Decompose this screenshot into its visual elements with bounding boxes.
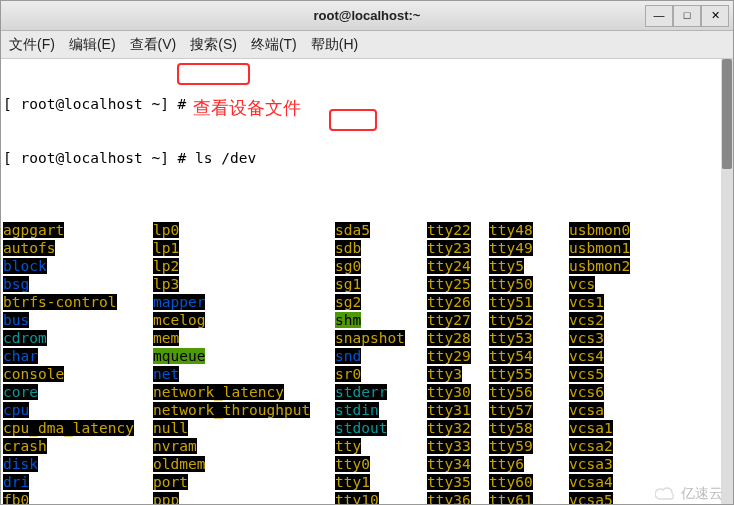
ls-entry: mcelog	[153, 311, 335, 329]
ls-entry: tty33	[427, 437, 489, 455]
ls-entry: tty35	[427, 473, 489, 491]
watermark: 亿速云	[655, 484, 723, 502]
ls-entry: fb0	[3, 491, 153, 504]
menu-help[interactable]: 帮助(H)	[311, 36, 358, 54]
ls-entry: tty50	[489, 275, 569, 293]
menubar: 文件(F) 编辑(E) 查看(V) 搜索(S) 终端(T) 帮助(H)	[1, 31, 733, 59]
ls-entry: tty49	[489, 239, 569, 257]
ls-entry: tty0	[335, 455, 427, 473]
ls-entry: tty56	[489, 383, 569, 401]
ls-entry: vcs3	[569, 329, 729, 347]
ls-column: tty48tty49tty5tty50tty51tty52tty53tty54t…	[489, 221, 569, 504]
ls-entry: stderr	[335, 383, 427, 401]
ls-entry: sda5	[335, 221, 427, 239]
ls-column: lp0lp1lp2lp3mappermcelogmemmqueuenetnetw…	[153, 221, 335, 504]
minimize-button[interactable]: —	[645, 5, 673, 27]
terminal-area[interactable]: [ root@localhost ~] # [ root@localhost ~…	[1, 59, 733, 504]
ls-entry: tty10	[335, 491, 427, 504]
ls-entry: tty55	[489, 365, 569, 383]
ls-entry: nvram	[153, 437, 335, 455]
ls-entry: vcsa3	[569, 455, 729, 473]
ls-entry: oldmem	[153, 455, 335, 473]
ls-entry: tty36	[427, 491, 489, 504]
menu-view[interactable]: 查看(V)	[130, 36, 177, 54]
ls-entry: disk	[3, 455, 153, 473]
ls-entry: vcsa2	[569, 437, 729, 455]
ls-entry: tty32	[427, 419, 489, 437]
ls-entry: vcs1	[569, 293, 729, 311]
menu-terminal[interactable]: 终端(T)	[251, 36, 297, 54]
ls-entry: tty58	[489, 419, 569, 437]
ls-entry: shm	[335, 311, 427, 329]
ls-column: usbmon0usbmon1usbmon2vcsvcs1vcs2vcs3vcs4…	[569, 221, 729, 504]
ls-entry: bus	[3, 311, 153, 329]
ls-entry: tty53	[489, 329, 569, 347]
maximize-button[interactable]: □	[673, 5, 701, 27]
ls-entry: core	[3, 383, 153, 401]
ls-entry: block	[3, 257, 153, 275]
prompt-line-cmd: [ root@localhost ~] # ls /dev	[3, 149, 733, 167]
ls-entry: autofs	[3, 239, 153, 257]
ls-entry: tty48	[489, 221, 569, 239]
ls-entry: agpgart	[3, 221, 153, 239]
ls-entry: tty30	[427, 383, 489, 401]
ls-entry: vcs	[569, 275, 729, 293]
ls-entry: mqueue	[153, 347, 335, 365]
ls-entry: tty52	[489, 311, 569, 329]
ls-entry: tty59	[489, 437, 569, 455]
menu-search[interactable]: 搜索(S)	[190, 36, 237, 54]
scrollbar-thumb[interactable]	[722, 59, 732, 169]
ls-entry: sg2	[335, 293, 427, 311]
ls-entry: usbmon0	[569, 221, 729, 239]
ls-entry: vcs5	[569, 365, 729, 383]
ls-entry: network_latency	[153, 383, 335, 401]
ls-entry: tty28	[427, 329, 489, 347]
ls-entry: cdrom	[3, 329, 153, 347]
ls-entry: tty1	[335, 473, 427, 491]
ls-column: sda5sdbsg0sg1sg2shmsnapshotsndsr0stderrs…	[335, 221, 427, 504]
ls-entry: tty5	[489, 257, 569, 275]
cloud-icon	[655, 485, 677, 501]
ls-entry: mapper	[153, 293, 335, 311]
window-title: root@localhost:~	[1, 8, 733, 23]
ls-entry: tty3	[427, 365, 489, 383]
ls-entry: vcsa	[569, 401, 729, 419]
ls-entry: usbmon1	[569, 239, 729, 257]
ls-entry: cpu	[3, 401, 153, 419]
command-text: ls /dev	[195, 150, 256, 166]
ls-entry: tty34	[427, 455, 489, 473]
ls-entry: tty31	[427, 401, 489, 419]
ls-entry: port	[153, 473, 335, 491]
ls-entry: vcs4	[569, 347, 729, 365]
ls-entry: snapshot	[335, 329, 427, 347]
ls-entry: tty6	[489, 455, 569, 473]
scrollbar[interactable]	[721, 59, 733, 504]
ls-column: tty22tty23tty24tty25tty26tty27tty28tty29…	[427, 221, 489, 504]
ls-entry: crash	[3, 437, 153, 455]
ls-entry: bsg	[3, 275, 153, 293]
ls-entry: mem	[153, 329, 335, 347]
ls-entry: ppp	[153, 491, 335, 504]
titlebar: root@localhost:~ — □ ✕	[1, 1, 733, 31]
ls-entry: dri	[3, 473, 153, 491]
ls-entry: lp1	[153, 239, 335, 257]
ls-entry: vcs6	[569, 383, 729, 401]
ls-entry: tty26	[427, 293, 489, 311]
ls-entry: network_throughput	[153, 401, 335, 419]
ls-entry: char	[3, 347, 153, 365]
ls-entry: tty23	[427, 239, 489, 257]
ls-entry: tty	[335, 437, 427, 455]
ls-entry: null	[153, 419, 335, 437]
ls-entry: console	[3, 365, 153, 383]
menu-file[interactable]: 文件(F)	[9, 36, 55, 54]
ls-entry: sr0	[335, 365, 427, 383]
close-button[interactable]: ✕	[701, 5, 729, 27]
ls-entry: tty29	[427, 347, 489, 365]
prompt-line: [ root@localhost ~] #	[3, 95, 733, 113]
ls-entry: lp3	[153, 275, 335, 293]
menu-edit[interactable]: 编辑(E)	[69, 36, 116, 54]
window-controls: — □ ✕	[645, 1, 729, 30]
ls-entry: snd	[335, 347, 427, 365]
ls-entry: btrfs-control	[3, 293, 153, 311]
ls-entry: tty25	[427, 275, 489, 293]
